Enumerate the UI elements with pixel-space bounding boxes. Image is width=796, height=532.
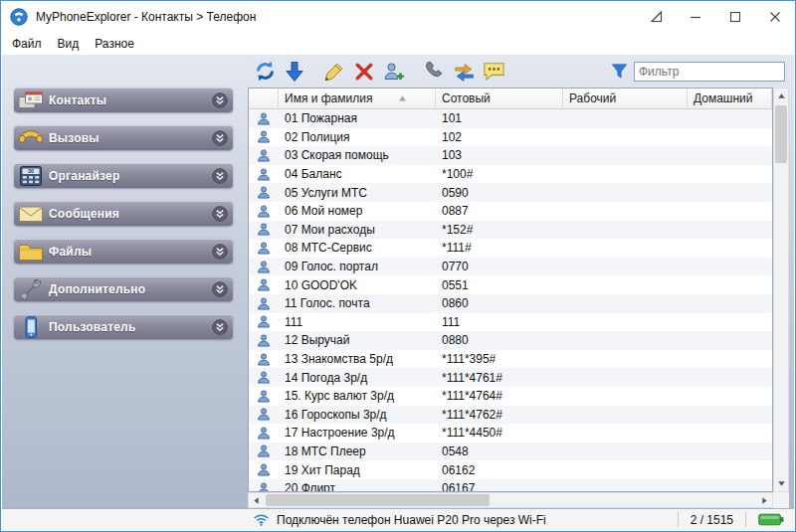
chevrons-down-icon[interactable] — [212, 244, 228, 260]
contact-row[interactable]: 10 GOOD'OK0551 — [249, 275, 772, 294]
sidebar-item-files[interactable]: Файлы — [14, 239, 233, 264]
contact-person-icon — [249, 352, 279, 367]
sidebar-item-organizer[interactable]: 30Органайзер — [14, 163, 233, 188]
chevrons-down-icon[interactable] — [212, 168, 228, 184]
contact-mobile: 103 — [436, 148, 563, 162]
sidebar-item-contacts[interactable]: Контакты — [14, 88, 233, 112]
table-body: 01 Пожарная10102 Полиция10203 Скорая пом… — [249, 109, 772, 491]
contact-row[interactable]: 12 Выручай0880 — [249, 331, 772, 350]
contact-person-icon — [249, 204, 279, 219]
column-header-0[interactable]: Имя и фамилия — [279, 89, 436, 108]
contact-row[interactable]: 15. Курс валют 3р/д*111*4764# — [249, 387, 772, 406]
user-icon — [17, 316, 45, 338]
chevrons-down-icon[interactable] — [212, 206, 228, 222]
column-header-label: Домашний — [694, 91, 753, 105]
filter-icon[interactable] — [610, 62, 629, 81]
call-button[interactable] — [419, 58, 449, 85]
filter-group — [610, 62, 785, 82]
contact-name: 04 Баланс — [279, 167, 436, 181]
contact-person-icon — [249, 407, 279, 422]
status-text: Подключён телефон Huawei P20 Pro через W… — [277, 513, 546, 527]
contact-mobile: 0590 — [436, 186, 563, 200]
download-button[interactable] — [280, 58, 309, 85]
column-header-3[interactable]: Домашний — [688, 89, 772, 108]
contact-name: 02 Полиция — [279, 130, 436, 144]
refresh-button[interactable] — [250, 58, 280, 85]
contact-row[interactable]: 04 Баланс*100# — [249, 165, 772, 184]
messages-icon — [17, 203, 45, 225]
contact-row[interactable]: 20 Флирт06167 — [249, 479, 772, 491]
horizontal-scrollbar[interactable] — [248, 492, 773, 508]
horizontal-scroll-thumb[interactable] — [266, 494, 490, 506]
sms-button[interactable] — [479, 58, 508, 85]
contact-name: 14 Погода 3р/д — [279, 371, 436, 385]
contact-row[interactable]: 18 МТС Плеер0548 — [249, 443, 772, 461]
sync-button[interactable] — [449, 58, 479, 85]
scrollbar-corner — [773, 492, 789, 508]
vertical-scroll-thumb[interactable] — [775, 105, 787, 163]
contact-name: 19 Хит Парад — [279, 463, 436, 477]
status-separator — [745, 512, 746, 527]
statusbar: Подключён телефон Huawei P20 Pro через W… — [2, 508, 794, 530]
contact-person-icon — [249, 389, 279, 404]
contact-row[interactable]: 05 Услуги МТС0590 — [249, 183, 772, 202]
scroll-right-button[interactable] — [757, 493, 772, 507]
contact-mobile: *152# — [436, 223, 563, 237]
horizontal-scroll-track[interactable] — [264, 493, 757, 507]
contact-row[interactable]: 19 Хит Парад06162 — [249, 460, 772, 479]
sidebar-item-calls[interactable]: Вызовы — [14, 125, 233, 150]
sidebar-item-user[interactable]: Пользователь — [14, 314, 233, 339]
main-panel: Имя и фамилияСотовыйРабочийДомашний 01 П… — [248, 55, 789, 508]
column-header-1[interactable]: Сотовый — [436, 89, 563, 108]
contact-row[interactable]: 03 Скорая помощь103 — [249, 146, 772, 165]
column-header-icon[interactable] — [249, 89, 279, 108]
column-header-2[interactable]: Рабочий — [563, 89, 688, 108]
scroll-left-button[interactable] — [249, 493, 264, 507]
vertical-scrollbar[interactable] — [773, 88, 789, 492]
contact-row[interactable]: 13 Знакомства 5р/д*111*395# — [249, 350, 772, 369]
contact-row[interactable]: 06 Мой номер0887 — [249, 202, 772, 221]
scroll-down-button[interactable] — [774, 476, 788, 491]
contact-row[interactable]: 11 Голос. почта0860 — [249, 294, 772, 313]
add-contact-button[interactable] — [379, 58, 409, 85]
minimize-button[interactable] — [676, 1, 715, 32]
contact-mobile: 0887 — [436, 204, 563, 218]
contact-row[interactable]: 14 Погода 3р/д*111*4761# — [249, 368, 772, 387]
contacts-icon — [17, 89, 45, 111]
contact-name: 12 Выручай — [279, 333, 436, 347]
sidebar-item-messages[interactable]: Сообщения — [14, 201, 233, 226]
chevrons-down-icon[interactable] — [212, 130, 228, 146]
menu-item-misc[interactable]: Разное — [87, 34, 142, 54]
contact-row[interactable]: 08 МТС-Сервис*111# — [249, 239, 772, 258]
close-button[interactable] — [755, 1, 795, 32]
contact-person-icon — [249, 277, 279, 292]
delete-button[interactable] — [349, 58, 379, 85]
scroll-up-button[interactable] — [774, 89, 788, 103]
contact-mobile: *111*4764# — [436, 389, 563, 403]
sidebar-item-extras[interactable]: Дополнительно — [14, 276, 233, 301]
filter-input[interactable] — [634, 62, 785, 82]
menu-item-view[interactable]: Вид — [50, 34, 88, 54]
menu-item-file[interactable]: Файл — [4, 34, 50, 54]
window-title: MyPhoneExplorer - Контакты > Телефон — [36, 10, 256, 24]
contact-person-icon — [249, 370, 279, 385]
contact-row[interactable]: 17 Настроение 3р/д*111*4450# — [249, 424, 772, 443]
tray-button[interactable] — [636, 1, 676, 32]
titlebar[interactable]: MyPhoneExplorer - Контакты > Телефон — [1, 1, 795, 32]
contact-name: 13 Знакомства 5р/д — [279, 352, 436, 366]
edit-button[interactable] — [319, 58, 349, 85]
contact-name: 16 Гороскопы 3р/д — [279, 408, 436, 422]
chevrons-down-icon[interactable] — [212, 319, 228, 335]
chevrons-down-icon[interactable] — [212, 92, 228, 108]
contact-row[interactable]: 09 Голос. портал0770 — [249, 258, 772, 276]
contact-row[interactable]: 02 Полиция102 — [249, 128, 772, 147]
contact-row[interactable]: 01 Пожарная101 — [249, 109, 772, 128]
contact-name: 111 — [279, 315, 436, 329]
maximize-button[interactable] — [715, 1, 755, 32]
chevrons-down-icon[interactable] — [212, 281, 228, 297]
contact-row[interactable]: 16 Гороскопы 3р/д*111*4762# — [249, 406, 772, 425]
contact-row[interactable]: 07 Мои расходы*152# — [249, 221, 772, 240]
contact-row[interactable]: 111111 — [249, 313, 772, 332]
vertical-scroll-track[interactable] — [774, 103, 788, 476]
contact-mobile: *111# — [436, 241, 563, 255]
